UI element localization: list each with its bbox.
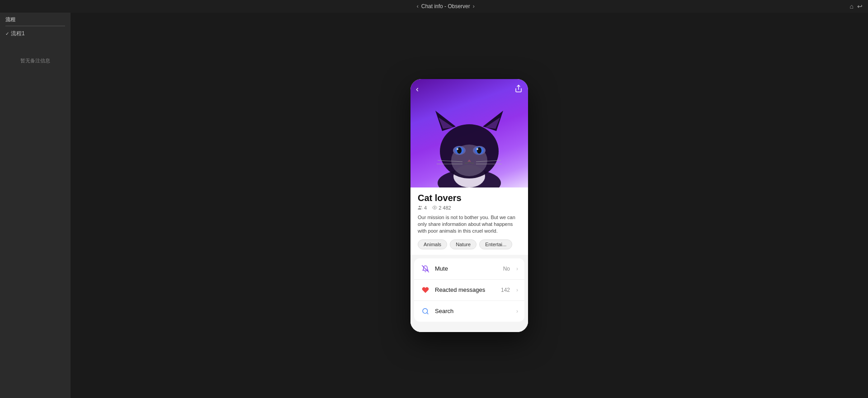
breadcrumb: ‹ Chat info - Observer ›: [417, 3, 475, 9]
mute-menu-item[interactable]: Mute No ›: [414, 258, 524, 280]
main-area: ‹: [71, 13, 868, 398]
menu-card: Mute No › Reacted messages 142 ›: [414, 258, 524, 322]
undo-icon[interactable]: ↩: [857, 3, 863, 10]
nav-forward-icon[interactable]: ›: [473, 3, 475, 9]
phone-mockup: ‹: [410, 79, 528, 332]
search-chevron-icon: ›: [516, 308, 518, 314]
members-stat: 4: [418, 205, 427, 211]
channel-cover-image: ‹: [410, 79, 528, 187]
top-bar: ‹ Chat info - Observer › ⌂ ↩: [0, 0, 868, 13]
sidebar-item-flow1[interactable]: ✓ 流程1: [0, 28, 71, 39]
members-count: 4: [424, 205, 427, 211]
bell-muted-icon: [420, 264, 430, 274]
top-bar-actions: ⌂ ↩: [850, 3, 863, 10]
svg-line-24: [422, 265, 429, 272]
sidebar-section-label: 流程: [0, 13, 71, 25]
cat-illustration: [429, 97, 510, 187]
search-label: Search: [435, 308, 505, 314]
tag-animals[interactable]: Animals: [418, 239, 447, 249]
sidebar-empty-text: 暂无备注信息: [0, 39, 71, 82]
page-title: Chat info - Observer: [421, 3, 470, 9]
views-stat: 2 482: [432, 205, 451, 211]
search-icon: [420, 306, 430, 316]
home-icon[interactable]: ⌂: [850, 3, 854, 10]
tag-entertainment[interactable]: Entertai...: [479, 239, 512, 249]
mute-label: Mute: [435, 265, 499, 272]
tag-nature[interactable]: Nature: [450, 239, 476, 249]
reacted-messages-label: Reacted messages: [435, 286, 496, 293]
sidebar-divider: [5, 26, 65, 26]
reacted-messages-value: 142: [501, 287, 510, 293]
share-button[interactable]: [514, 84, 523, 94]
heart-icon: [420, 285, 430, 295]
nav-back-icon[interactable]: ‹: [417, 3, 419, 9]
svg-point-22: [419, 206, 420, 207]
phone-content: Cat lovers 4 2 482 Our m: [410, 187, 528, 332]
channel-description: Our mission is not to bother you. But we…: [418, 214, 521, 235]
svg-line-26: [427, 313, 428, 314]
mute-value: No: [503, 266, 510, 272]
reacted-messages-menu-item[interactable]: Reacted messages 142 ›: [414, 280, 524, 301]
sidebar-item-label: 流程1: [11, 30, 25, 37]
mute-chevron-icon: ›: [516, 266, 518, 272]
menu-section: Mute No › Reacted messages 142 ›: [410, 255, 528, 332]
svg-point-16: [476, 148, 478, 150]
tags-row: Animals Nature Entertai...: [418, 239, 521, 249]
svg-point-12: [457, 148, 458, 150]
back-button[interactable]: ‹: [416, 84, 419, 94]
channel-info-section: Cat lovers 4 2 482 Our m: [410, 187, 528, 255]
search-menu-item[interactable]: Search ›: [414, 301, 524, 322]
views-count: 2 482: [439, 205, 451, 211]
reacted-messages-chevron-icon: ›: [516, 287, 518, 293]
check-icon: ✓: [5, 31, 9, 36]
channel-stats: 4 2 482: [418, 205, 521, 211]
sidebar: 流程 ✓ 流程1 暂无备注信息: [0, 13, 71, 398]
svg-point-23: [434, 207, 435, 208]
channel-name: Cat lovers: [418, 193, 521, 203]
